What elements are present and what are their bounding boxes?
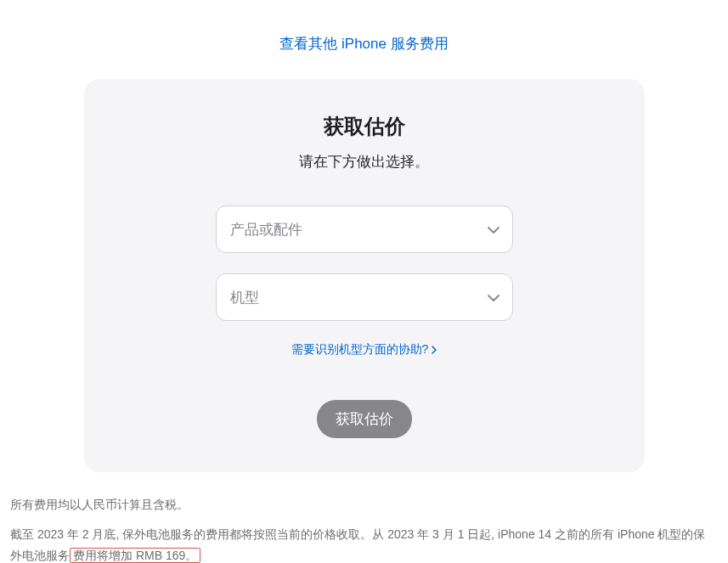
card-subtitle: 请在下方做出选择。 [118, 152, 611, 172]
model-select[interactable]: 机型 [216, 273, 513, 321]
other-services-link[interactable]: 查看其他 iPhone 服务费用 [279, 36, 448, 52]
product-select[interactable]: 产品或配件 [216, 205, 513, 253]
top-link-container: 查看其他 iPhone 服务费用 [10, 0, 718, 79]
identify-model-help-link[interactable]: 需要识别机型方面的协助? [291, 342, 437, 358]
estimate-card: 获取估价 请在下方做出选择。 产品或配件 机型 需要识别机型方面的协助? 获取估… [84, 79, 645, 472]
chevron-right-icon [432, 343, 437, 357]
price-increase-highlight: 费用将增加 RMB 169。 [70, 548, 200, 563]
footer-line-2: 截至 2023 年 2 月底, 保外电池服务的费用都将按照当前的价格收取。从 2… [10, 524, 715, 563]
footer-text: 所有费用均以人民币计算且含税。 截至 2023 年 2 月底, 保外电池服务的费… [10, 494, 715, 563]
get-estimate-button[interactable]: 获取估价 [317, 400, 412, 438]
card-title: 获取估价 [118, 113, 611, 140]
footer-line-1: 所有费用均以人民币计算且含税。 [10, 494, 715, 515]
model-select-wrapper: 机型 [216, 273, 513, 321]
product-select-wrapper: 产品或配件 [216, 205, 513, 253]
help-link-label: 需要识别机型方面的协助? [291, 342, 429, 358]
